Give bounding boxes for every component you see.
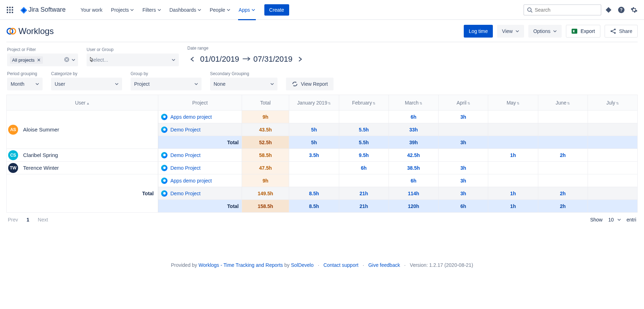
user-name[interactable]: Claribel Spring xyxy=(23,152,58,158)
pagination-next[interactable]: Next xyxy=(38,217,48,223)
secondary-grouping-select[interactable]: None xyxy=(210,78,277,90)
groupby-select[interactable]: Project xyxy=(131,78,202,90)
view-report-button[interactable]: View Report xyxy=(286,78,334,90)
footer-contact-link[interactable]: Contact support xyxy=(323,262,358,268)
hour-cell[interactable]: 5.5h xyxy=(339,136,389,149)
pagination-size-select[interactable]: 10 xyxy=(605,216,624,223)
project-filter-label: Project or Filter xyxy=(7,47,78,52)
project-link[interactable]: Demo Project xyxy=(170,191,200,196)
close-icon[interactable]: ✕ xyxy=(37,57,41,63)
footer-worklogs-link[interactable]: Worklogs - Time Tracking and Reports xyxy=(198,262,283,268)
nav-apps[interactable]: Apps xyxy=(235,5,259,15)
total-cell[interactable]: 149.5h xyxy=(242,187,289,200)
footer: Provided by Worklogs - Time Tracking and… xyxy=(0,255,644,275)
export-button[interactable]: Export xyxy=(566,25,600,38)
col-month-header[interactable]: July⇅ xyxy=(588,95,637,111)
hour-cell[interactable]: 6h xyxy=(439,200,488,213)
hour-cell[interactable]: 21h xyxy=(339,187,389,200)
hour-cell[interactable]: 3.5h xyxy=(289,149,339,162)
create-button[interactable]: Create xyxy=(264,4,289,16)
notifications-icon[interactable] xyxy=(603,4,614,16)
hour-cell[interactable]: 6h xyxy=(389,111,438,123)
hour-cell[interactable]: 6h xyxy=(389,174,438,187)
hour-cell[interactable]: 38.5h xyxy=(389,162,438,174)
hour-cell xyxy=(289,174,339,187)
hour-cell[interactable]: 9.5h xyxy=(339,149,389,162)
col-month-header[interactable]: June⇅ xyxy=(538,95,588,111)
project-link[interactable]: Apps demo project xyxy=(170,178,212,184)
hour-cell[interactable]: 1h xyxy=(488,149,538,162)
col-project-header[interactable]: Project xyxy=(158,95,242,111)
project-link[interactable]: Demo Project xyxy=(170,127,200,133)
chevron-down-icon xyxy=(252,8,255,12)
hour-cell[interactable]: 1h xyxy=(488,187,538,200)
project-link[interactable]: Demo Project xyxy=(170,165,200,171)
col-user-header[interactable]: User▲ xyxy=(7,95,158,111)
date-next-button[interactable] xyxy=(295,53,305,66)
total-cell[interactable]: 58.5h xyxy=(242,149,289,162)
user-group-select[interactable]: Select... xyxy=(87,54,179,66)
col-total-header[interactable]: Total xyxy=(242,95,289,111)
user-name[interactable]: Terence Winter xyxy=(23,165,59,171)
project-link[interactable]: Demo Project xyxy=(170,152,200,158)
date-from[interactable]: 01/01/2019 xyxy=(200,55,239,64)
search-input[interactable] xyxy=(523,4,601,16)
hour-cell[interactable]: 5h xyxy=(289,136,339,149)
hour-cell[interactable]: 5.5h xyxy=(339,123,389,136)
col-month-header[interactable]: May⇅ xyxy=(488,95,538,111)
view-dropdown[interactable]: View xyxy=(497,25,524,38)
date-to[interactable]: 07/31/2019 xyxy=(253,55,292,64)
hour-cell[interactable]: 8.5h xyxy=(289,187,339,200)
hour-cell[interactable]: 3h xyxy=(439,111,488,123)
total-cell[interactable]: 9h xyxy=(242,111,289,123)
settings-icon[interactable] xyxy=(628,4,640,16)
categorize-select[interactable]: User xyxy=(51,78,122,90)
search-field[interactable] xyxy=(535,7,598,13)
hour-cell[interactable]: 2h xyxy=(538,200,588,213)
project-filter-chip[interactable]: All projects ✕ xyxy=(10,56,43,64)
hour-cell[interactable]: 8.5h xyxy=(289,200,339,213)
period-grouping-select[interactable]: Month xyxy=(7,78,43,90)
hour-cell[interactable]: 1h xyxy=(488,200,538,213)
hour-cell[interactable]: 2h xyxy=(538,187,588,200)
nav-filters[interactable]: Filters xyxy=(139,5,164,15)
hour-cell[interactable]: 42.5h xyxy=(389,149,438,162)
hour-cell[interactable]: 6h xyxy=(339,162,389,174)
hour-cell[interactable]: 39h xyxy=(389,136,438,149)
options-dropdown[interactable]: Options xyxy=(528,25,562,38)
hour-cell[interactable]: 2h xyxy=(538,149,588,162)
hour-cell[interactable]: 120h xyxy=(389,200,438,213)
footer-feedback-link[interactable]: Give feedback xyxy=(368,262,400,268)
nav-people[interactable]: People xyxy=(206,5,234,15)
footer-soldevelo-link[interactable]: SolDevelo xyxy=(291,262,314,268)
help-icon[interactable]: ? xyxy=(616,4,627,16)
hour-cell[interactable]: 21h xyxy=(339,200,389,213)
total-cell[interactable]: 9h xyxy=(242,174,289,187)
product-logo[interactable]: Jira Software xyxy=(17,6,68,13)
nav-your-work[interactable]: Your work xyxy=(77,5,106,15)
nav-dashboards[interactable]: Dashboards xyxy=(166,5,205,15)
share-button[interactable]: Share xyxy=(605,25,638,38)
project-link[interactable]: Apps demo project xyxy=(170,114,212,120)
col-month-header[interactable]: February⇅ xyxy=(339,95,389,111)
hour-cell[interactable]: 3h xyxy=(439,174,488,187)
hour-cell[interactable]: 33h xyxy=(389,123,438,136)
nav-projects[interactable]: Projects xyxy=(108,5,138,15)
hour-cell[interactable]: 3h xyxy=(439,187,488,200)
total-cell[interactable]: 47.5h xyxy=(242,162,289,174)
user-name[interactable]: Aloise Summer xyxy=(23,127,59,133)
col-month-header[interactable]: April⇅ xyxy=(439,95,488,111)
hour-cell[interactable]: 3h xyxy=(439,162,488,174)
hour-cell[interactable]: 3h xyxy=(439,136,488,149)
hour-cell[interactable]: 114h xyxy=(389,187,438,200)
app-switcher-icon[interactable] xyxy=(4,4,16,16)
pagination-prev[interactable]: Prev xyxy=(8,217,18,223)
log-time-button[interactable]: Log time xyxy=(464,25,493,38)
col-month-header[interactable]: March⇅ xyxy=(389,95,438,111)
date-prev-button[interactable] xyxy=(187,53,197,66)
project-filter-select[interactable]: All projects ✕ xyxy=(7,54,78,66)
col-month-header[interactable]: January 2019⇅ xyxy=(289,95,339,111)
total-cell[interactable]: 43.5h xyxy=(242,123,289,136)
clear-icon[interactable] xyxy=(64,57,70,63)
hour-cell[interactable]: 5h xyxy=(289,123,339,136)
